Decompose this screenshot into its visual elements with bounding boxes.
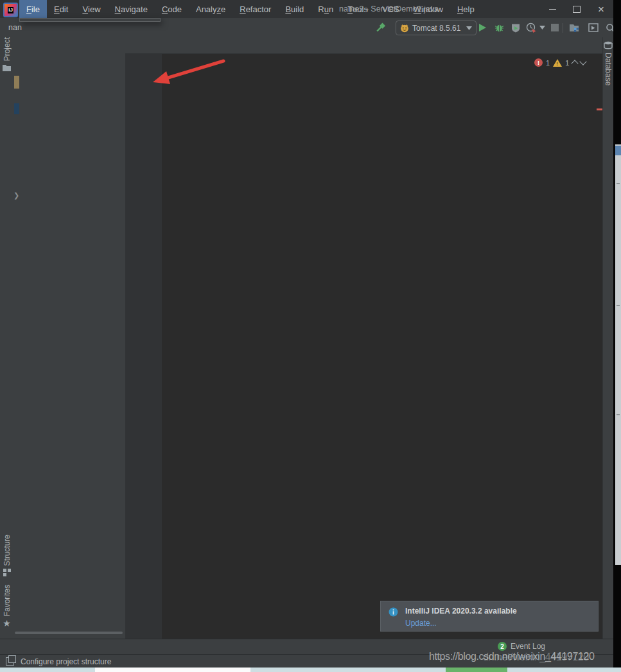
favorites-stripe-label: Favorites: [3, 585, 12, 616]
scrollbar-tick: [617, 183, 620, 184]
navbar-project-name: nan: [8, 23, 22, 32]
run-with-coverage-button[interactable]: [509, 22, 522, 33]
menubar-item-code[interactable]: Code: [155, 0, 189, 18]
tool-stripe-project[interactable]: Project: [0, 37, 13, 72]
project-stripe-label: Project: [3, 37, 12, 61]
tree-expand-chevron-icon: ❯: [13, 191, 19, 200]
build-project-button[interactable]: [374, 22, 387, 33]
update-notification: IntelliJ IDEA 2020.3.2 available Update.…: [380, 601, 599, 632]
page-strip-white: [95, 668, 250, 672]
file-menu-popup: [19, 18, 161, 22]
intellij-idea-window: IJ FileEditViewNavigateCodeAnalyzeRefact…: [0, 0, 621, 672]
structure-stripe-label: Structure: [3, 535, 12, 566]
project-structure-toolbar-button[interactable]: [568, 22, 581, 33]
run-play-icon: [478, 23, 487, 32]
menubar-item-navigate[interactable]: Navigate: [108, 0, 155, 18]
scrollbar-tick: [617, 414, 620, 415]
close-button[interactable]: ×: [589, 0, 613, 18]
chevron-down-icon: [466, 26, 472, 30]
stop-button[interactable]: [548, 22, 561, 33]
close-icon: ×: [598, 4, 604, 15]
profiler-dropdown-button[interactable]: [538, 22, 546, 33]
event-log-label: Event Log: [511, 642, 545, 651]
menubar-item-run[interactable]: Run: [311, 0, 340, 18]
run-configuration-label: Tomcat 8.5.61: [412, 24, 460, 33]
database-icon: [604, 41, 613, 49]
browser-scrollbar-artifact[interactable]: [615, 144, 621, 565]
menubar-item-help[interactable]: Help: [450, 0, 482, 18]
previous-problem-chevron-icon[interactable]: [572, 60, 579, 67]
window-controls: ×: [540, 0, 613, 18]
profiler-clock-icon: [526, 22, 536, 33]
tool-stripe-favorites[interactable]: Favorites ★: [0, 585, 13, 628]
status-message: Configure project structure: [21, 657, 111, 666]
inspections-widget: ! 1 ! 1: [534, 58, 586, 67]
logo-text: IJ: [8, 7, 13, 13]
window-layers-icon: [6, 657, 14, 666]
profiler-button[interactable]: [525, 22, 538, 33]
run-window-button[interactable]: [587, 22, 600, 33]
page-background-strip: [0, 668, 621, 672]
update-link[interactable]: Update...: [405, 619, 591, 628]
maximize-icon: [573, 6, 581, 13]
tomcat-icon: [400, 24, 409, 33]
structure-blocks-icon: [3, 569, 11, 576]
page-strip-green: [446, 668, 507, 672]
menubar-item-analyze[interactable]: Analyze: [189, 0, 232, 18]
next-problem-chevron-icon[interactable]: [580, 58, 587, 65]
maximize-button[interactable]: [564, 0, 589, 18]
scrollbar-tick: [617, 305, 620, 306]
notification-title: IntelliJ IDEA 2020.3.2 available: [405, 607, 591, 616]
project-structure-icon: [569, 22, 579, 33]
chevron-down-icon: [539, 26, 545, 30]
menubar-item-build[interactable]: Build: [278, 0, 311, 18]
run-button[interactable]: [476, 22, 489, 33]
menubar-item-refactor[interactable]: Refactor: [232, 0, 278, 18]
toolbar-separator: [563, 23, 563, 33]
minimize-icon: [549, 9, 556, 10]
project-panel-hscrollbar[interactable]: [15, 632, 123, 634]
title-bar: IJ FileEditViewNavigateCodeAnalyzeRefact…: [0, 0, 621, 18]
menubar-item-view[interactable]: View: [75, 0, 107, 18]
editor-gutter: [125, 54, 162, 639]
warning-indicator-icon[interactable]: !: [553, 59, 562, 67]
debug-bug-icon: [494, 23, 504, 33]
editor-tab-bar: [125, 37, 604, 54]
project-tree-selection-sliver: [14, 103, 19, 114]
hammer-icon: [375, 22, 387, 33]
csdn-watermark-overlay: dn.net/weixin_44197120: [483, 651, 589, 663]
intellij-logo-icon: IJ: [3, 3, 18, 17]
project-tool-window[interactable]: ❯: [13, 37, 126, 639]
editor-area[interactable]: ! 1 ! 1: [125, 54, 602, 639]
database-stripe-label[interactable]: Database: [604, 53, 613, 85]
tool-stripe-structure[interactable]: Structure: [0, 535, 13, 576]
menubar-item-edit[interactable]: Edit: [47, 0, 75, 18]
error-indicator-icon[interactable]: !: [534, 58, 543, 67]
left-tool-stripe: Project Structure Favorites ★: [0, 37, 14, 639]
info-icon: [389, 607, 398, 617]
folder-icon: [2, 64, 12, 72]
warning-count: 1: [565, 59, 569, 67]
run-configuration-select[interactable]: Tomcat 8.5.61: [396, 21, 477, 35]
project-tree-icon-sliver: [14, 76, 19, 89]
debug-button[interactable]: [493, 22, 505, 33]
error-count: 1: [546, 59, 550, 67]
menubar-item-file[interactable]: File: [19, 0, 47, 18]
coverage-shield-icon: [511, 23, 520, 33]
window-title: name2 - ServletDemo1.java: [339, 4, 439, 13]
right-tool-stripe: Database: [602, 37, 613, 639]
star-icon: ★: [3, 619, 11, 628]
scrollbar-thumb-artifact: [615, 146, 621, 155]
event-log-count-badge: 2: [498, 642, 507, 651]
screenshot-edge-artifact: [613, 0, 621, 672]
stop-icon: [551, 24, 559, 31]
error-stripe-mark[interactable]: [597, 108, 602, 110]
minimize-button[interactable]: [540, 0, 564, 18]
run-window-icon: [588, 22, 599, 33]
